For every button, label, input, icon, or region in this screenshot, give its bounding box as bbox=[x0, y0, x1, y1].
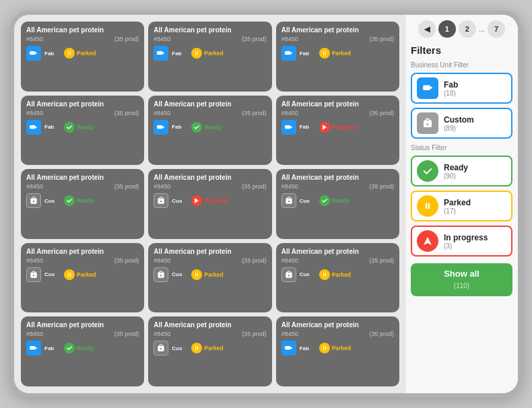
page-7-button[interactable]: 7 bbox=[488, 20, 505, 38]
parked-filter-icon bbox=[417, 195, 438, 217]
product-card-4-1[interactable]: All American pet protein #8450 (35 prod)… bbox=[148, 316, 271, 386]
svg-rect-13 bbox=[35, 126, 36, 127]
card-order: #8450 bbox=[281, 110, 298, 116]
svg-rect-23 bbox=[325, 273, 325, 277]
status-badge-icon bbox=[64, 195, 75, 206]
status-label: Progress bbox=[204, 197, 229, 204]
pagination: ◀ 1 2 ... 7 bbox=[411, 20, 512, 38]
product-card-3-1[interactable]: All American pet protein #8450 (35 prod)… bbox=[148, 243, 271, 313]
status-badge-icon bbox=[191, 122, 202, 133]
unit-label: Cus bbox=[44, 271, 59, 277]
card-title: All American pet protein bbox=[154, 26, 266, 34]
unit-icon bbox=[26, 341, 41, 355]
status-label: Ready bbox=[332, 197, 350, 204]
svg-rect-0 bbox=[30, 51, 35, 55]
product-card-2-2[interactable]: All American pet protein #8450 (35 prod)… bbox=[276, 169, 399, 239]
svg-rect-14 bbox=[157, 125, 162, 129]
svg-rect-5 bbox=[163, 53, 164, 54]
unit-icon bbox=[154, 341, 168, 355]
product-card-4-0[interactable]: All American pet protein #8450 (35 prod)… bbox=[21, 316, 144, 386]
status-badge: Parked bbox=[318, 46, 355, 60]
product-card-1-0[interactable]: All American pet protein #8450 (35 prod)… bbox=[21, 96, 144, 166]
card-footer: Fab Parked bbox=[281, 341, 394, 355]
card-title: All American pet protein bbox=[154, 100, 266, 108]
filter-ready[interactable]: Ready (90) bbox=[411, 156, 512, 186]
product-card-1-1[interactable]: All American pet protein #8450 (35 prod)… bbox=[148, 96, 271, 166]
tablet-inner: All American pet protein #8450 (35 prod)… bbox=[14, 15, 518, 393]
svg-rect-22 bbox=[323, 273, 324, 277]
status-badge-icon bbox=[191, 48, 202, 59]
filter-fab[interactable]: Fab (18) bbox=[411, 73, 512, 104]
ready-filter-icon bbox=[417, 160, 438, 182]
unit-icon bbox=[281, 193, 296, 208]
card-prod: (35 prod) bbox=[369, 331, 394, 337]
card-footer: Fab Progress bbox=[281, 120, 394, 135]
svg-rect-30 bbox=[323, 346, 324, 350]
svg-rect-3 bbox=[70, 51, 71, 55]
card-order: #8450 bbox=[26, 36, 43, 42]
status-badge-icon bbox=[64, 48, 75, 59]
svg-rect-11 bbox=[325, 51, 325, 55]
status-label: Parked bbox=[332, 345, 351, 351]
product-card-2-1[interactable]: All American pet protein #8450 (35 prod)… bbox=[148, 169, 271, 239]
card-order: #8450 bbox=[154, 110, 170, 116]
filter-in-progress[interactable]: In progress (3) bbox=[411, 226, 512, 257]
card-title: All American pet protein bbox=[281, 174, 394, 181]
page-1-button[interactable]: 1 bbox=[438, 20, 456, 38]
filters-title: Filters bbox=[411, 44, 512, 56]
svg-rect-29 bbox=[290, 347, 292, 349]
card-order: #8450 bbox=[154, 257, 170, 264]
product-card-4-2[interactable]: All American pet protein #8450 (35 prod)… bbox=[276, 316, 399, 386]
show-all-button[interactable]: Show all (110) bbox=[411, 263, 512, 296]
filter-custom[interactable]: Custom (89) bbox=[411, 108, 512, 139]
status-badge-icon bbox=[319, 343, 330, 353]
status-badge: Progress bbox=[190, 194, 233, 207]
card-order: #8450 bbox=[281, 257, 298, 264]
status-label: Ready bbox=[77, 197, 94, 204]
progress-filter-icon bbox=[417, 230, 438, 252]
unit-icon bbox=[154, 46, 168, 61]
unit-label: Cus bbox=[172, 198, 187, 204]
card-title: All American pet protein bbox=[26, 100, 139, 108]
page-2-button[interactable]: 2 bbox=[459, 20, 476, 38]
card-title: All American pet protein bbox=[26, 321, 139, 329]
status-badge-icon bbox=[319, 269, 330, 280]
product-card-0-0[interactable]: All American pet protein #8450 (35 prod)… bbox=[21, 22, 144, 92]
status-badge: Parked bbox=[190, 46, 227, 60]
unit-label: Cus bbox=[172, 271, 187, 277]
status-filter-label: Status Filter bbox=[411, 144, 512, 151]
card-prod: (35 prod) bbox=[114, 36, 139, 42]
status-badge-icon bbox=[319, 48, 330, 59]
card-meta: #8450 (35 prod) bbox=[26, 331, 139, 337]
product-card-2-0[interactable]: All American pet protein #8450 (35 prod)… bbox=[21, 169, 144, 239]
status-badge: Ready bbox=[63, 121, 98, 134]
svg-rect-1 bbox=[35, 53, 36, 54]
card-prod: (35 prod) bbox=[242, 183, 267, 190]
status-badge-icon bbox=[64, 269, 75, 280]
card-title: All American pet protein bbox=[26, 26, 139, 34]
card-footer: Cus Parked bbox=[154, 267, 266, 282]
product-card-0-2[interactable]: All American pet protein #8450 (35 prod)… bbox=[276, 22, 399, 92]
unit-label: Cus bbox=[300, 271, 314, 277]
card-prod: (35 prod) bbox=[242, 110, 267, 116]
product-card-3-2[interactable]: All American pet protein #8450 (35 prod)… bbox=[276, 243, 399, 313]
unit-label: Cus bbox=[300, 198, 314, 204]
card-title: All American pet protein bbox=[281, 26, 394, 34]
unit-icon bbox=[26, 193, 41, 208]
card-prod: (35 prod) bbox=[242, 36, 267, 42]
filters-panel: ◀ 1 2 ... 7 Filters Business Unit Filter… bbox=[405, 15, 518, 393]
prev-page-button[interactable]: ◀ bbox=[418, 20, 436, 38]
parked-filter-text: Parked (17) bbox=[444, 198, 471, 215]
svg-rect-33 bbox=[430, 87, 432, 89]
tablet-frame: All American pet protein #8450 (35 prod)… bbox=[10, 11, 522, 397]
svg-rect-15 bbox=[163, 126, 164, 127]
product-card-3-0[interactable]: All American pet protein #8450 (35 prod)… bbox=[21, 243, 144, 313]
card-footer: Cus Ready bbox=[281, 193, 394, 208]
status-badge: Parked bbox=[63, 46, 100, 60]
business-unit-filter-label: Business Unit Filter bbox=[411, 61, 512, 69]
product-card-0-1[interactable]: All American pet protein #8450 (35 prod)… bbox=[148, 22, 271, 92]
filter-parked[interactable]: Parked (17) bbox=[411, 191, 512, 222]
product-card-1-2[interactable]: All American pet protein #8450 (35 prod)… bbox=[276, 96, 399, 166]
svg-rect-7 bbox=[197, 51, 198, 55]
svg-rect-16 bbox=[285, 125, 290, 129]
